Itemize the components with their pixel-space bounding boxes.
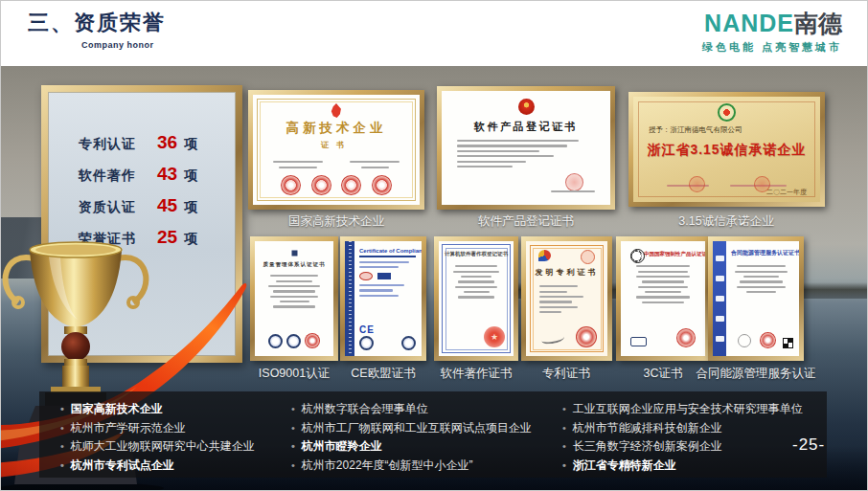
award-line: 授予：浙江南德电气有限公司 [633,123,820,135]
sipo-logo-icon [538,250,551,261]
ce-mark: CE [359,324,375,335]
wreath-emblem-icon [718,103,736,122]
red-stamp-icon [581,250,595,264]
stat-label: 资质认证 [79,199,138,216]
honor-item: 国家高新技术企业 [60,400,291,419]
certificate-year: 二〇二一年度 [766,188,807,197]
stat-value: 43 [157,164,177,185]
certificate-text-lines [253,150,420,171]
certificate-caption: 3C证书 [644,366,683,382]
logo-text: NANDE南德 [702,11,842,35]
blue-side-band [345,241,354,356]
red-seal-icon [689,176,705,192]
certificate-title: 软件产品登记证书 [442,120,610,134]
red-seals-row [253,175,420,195]
honor-item: 杭州市瞪羚企业 [291,437,562,457]
certificate-subtitle: 证书 [253,140,420,150]
certificate-text-lines [439,257,514,299]
certificate-caption: 软件产品登记证书 [478,213,574,230]
logo-cn: 南德 [794,10,842,36]
band-logo-icon [716,336,724,342]
red-seal-icon [281,175,301,195]
certificate-caption: 专利证书 [542,366,590,382]
cnas-seal-icon [286,334,301,348]
certificate-body: 计算机软件著作权登记证书 [439,241,514,356]
honor-item: 浙江省专精特新企业 [562,457,827,476]
certificate-text-lines [442,140,610,167]
certificate-text-lines [621,257,705,303]
certificate-3c: 中国国家强制性产品认证证书 [616,236,710,361]
certificate-body: Certificate of Compliance CE [345,241,422,356]
certificate-caption: 软件著作证书 [441,366,513,382]
certificate-software-product: 软件产品登记证书 [437,86,615,210]
certificate-caption: CE欧盟证书 [351,366,415,382]
red-seal-icon [760,332,776,348]
ccc-logo-icon [630,249,645,263]
red-seal-icon [676,328,696,347]
company-logo: NANDE南德 绿色电能 点亮智慧城市 [702,11,842,55]
stat-value: 36 [157,132,177,153]
stat-unit: 项 [184,136,197,153]
certificate-ce: Certificate of Compliance CE [340,236,426,361]
certificate-body: 中国国家强制性产品认证证书 [621,241,705,356]
honor-item: 杭州市专利试点企业 [60,457,291,476]
red-seal-icon [305,333,320,348]
page-subtitle: Company honor [81,40,154,50]
certificate-patent: 发明专利证书 [521,236,612,361]
logo-en: NANDE [704,10,794,36]
honor-item: 杭州市节能减排科技创新企业 [562,419,827,438]
stat-row: 软件著作 43 项 [79,164,236,185]
honors-column-1: 国家高新技术企业 杭州市产学研示范企业 杭师大工业物联网研究中心共建企业 杭州市… [60,400,291,478]
band-logo-icon [716,256,724,261]
certificate-body: 发明专利证书 [526,241,607,356]
honors-column-3: 工业互联网企业应用与安全技术研究理事单位 杭州市节能减排科技创新企业 长三角数字… [562,400,827,478]
certificate-text-lines: Certificate of Compliance [345,241,422,297]
red-seal-icon [484,326,505,347]
red-seal-icon [311,175,331,195]
certificate-body: 软件产品登记证书 [442,91,610,205]
certificate-caption: ISO9001认证 [259,366,330,382]
honor-item: 杭州数字联合会理事单位 [291,400,562,419]
cqc-mark-icon [630,337,647,346]
stamp-row [359,336,416,350]
blue-seal-icon [359,336,374,350]
page-number: -25- [792,435,825,455]
stat-label: 软件著作 [79,167,138,185]
certificate-caption: 合同能源管理服务认证 [697,366,816,382]
signature-mark [541,333,565,345]
red-oval-stamp-icon [359,272,373,280]
honors-column-2: 杭州数字联合会理事单位 杭州市工厂物联网和工业互联网试点项目企业 杭州市瞪羚企业… [291,400,562,478]
honor-item: 杭州市2022年度“创新型中小企业” [291,457,562,476]
registrar-logo-icon [290,249,299,257]
certificate-text-lines [526,278,607,313]
honor-item: 杭州市工厂物联网和工业互联网试点项目企业 [291,419,562,438]
honor-item: 杭师大工业物联网研究中心共建企业 [60,437,291,457]
page-title: 三、资质荣誉 [28,9,166,37]
band-logo-icon [716,276,724,281]
honor-item: 长三角数字经济创新案例企业 [562,437,827,457]
certificate-title: Certificate of Compliance [359,248,416,254]
stat-unit: 项 [184,167,197,185]
stat-row: 资质认证 45 项 [79,195,236,216]
navy-box-icon [377,273,391,279]
blue-side-band [713,241,726,356]
red-seal-icon [565,173,583,191]
header: 三、资质荣誉 Company honor NANDE南德 绿色电能 点亮智慧城市 [1,1,867,66]
certificate-body: 合同能源管理服务认证证书 [713,241,799,356]
band-logo-icon [716,296,724,301]
honor-item: 杭州市产学研示范企业 [60,419,291,438]
stamp-row [359,272,416,280]
certificate-national-high-tech: 高新技术企业 证书 [248,90,424,210]
certificate-title: 浙江省3.15诚信承诺企业 [633,142,820,159]
honors-panel: 国家高新技术企业 杭州市产学研示范企业 杭师大工业物联网研究中心共建企业 杭州市… [39,391,827,478]
stat-label: 专利认证 [79,136,138,153]
slide: 三、资质荣誉 Company honor NANDE南德 绿色电能 点亮智慧城市… [0,0,868,491]
certificate-body: 授予：浙江南德电气有限公司 浙江省3.15诚信承诺企业 二〇二一年度 [633,97,820,202]
blue-seal-icon [401,336,416,350]
stat-row: 专利认证 36 项 [79,132,236,153]
band-logo-icon [716,316,724,322]
red-seal-icon [341,175,361,195]
certificate-title: 高新技术企业 [253,120,420,137]
national-emblem-icon [518,99,535,115]
certificate-title: 计算机软件著作权登记证书 [439,251,514,257]
